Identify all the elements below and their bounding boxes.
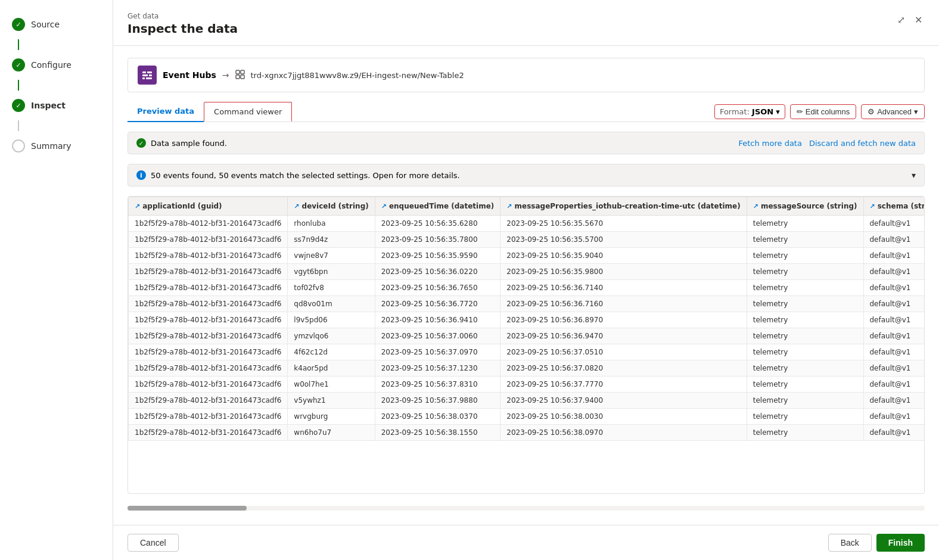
- table-row[interactable]: 1b2f5f29-a78b-4012-bf31-2016473cadf6vwjn…: [129, 248, 925, 264]
- edit-columns-button[interactable]: ✏ Edit columns: [790, 104, 856, 119]
- table-cell-5-4: telemetry: [747, 296, 863, 312]
- table-cell-6-4: telemetry: [747, 312, 863, 328]
- gear-icon: ⚙: [868, 107, 875, 116]
- success-icon: ✓: [136, 138, 146, 148]
- svg-rect-4: [148, 74, 149, 77]
- table-col-header-1[interactable]: ↗deviceId (string): [288, 197, 375, 216]
- table-cell-2-1: vwjne8v7: [288, 248, 375, 264]
- format-selector[interactable]: Format: JSON ▾: [714, 104, 785, 119]
- table-cell-0-0: 1b2f5f29-a78b-4012-bf31-2016473cadf6: [129, 216, 288, 232]
- svg-rect-8: [236, 75, 240, 79]
- step-connector-2: [18, 80, 19, 91]
- table-cell-0-4: telemetry: [747, 216, 863, 232]
- table-cell-10-0: 1b2f5f29-a78b-4012-bf31-2016473cadf6: [129, 377, 288, 393]
- tab-command-viewer[interactable]: Command viewer: [204, 102, 292, 122]
- table-cell-8-5: default@v1: [863, 344, 925, 360]
- sidebar-item-configure[interactable]: ✓ Configure: [0, 52, 113, 77]
- table-cell-7-1: ymzvlqo6: [288, 328, 375, 344]
- table-row[interactable]: 1b2f5f29-a78b-4012-bf31-2016473cadf6qd8v…: [129, 296, 925, 312]
- table-cell-12-1: wrvgburg: [288, 409, 375, 425]
- table-cell-4-2: 2023-09-25 10:56:36.7650: [375, 280, 500, 296]
- sidebar-item-source[interactable]: ✓ Source: [0, 12, 113, 37]
- table-row[interactable]: 1b2f5f29-a78b-4012-bf31-2016473cadf6wn6h…: [129, 425, 925, 441]
- table-cell-11-5: default@v1: [863, 393, 925, 409]
- table-cell-6-0: 1b2f5f29-a78b-4012-bf31-2016473cadf6: [129, 312, 288, 328]
- discard-fetch-link[interactable]: Discard and fetch new data: [809, 139, 916, 148]
- table-cell-1-4: telemetry: [747, 232, 863, 248]
- table-cell-2-5: default@v1: [863, 248, 925, 264]
- table-body: 1b2f5f29-a78b-4012-bf31-2016473cadf6rhon…: [129, 216, 925, 441]
- table-cell-3-2: 2023-09-25 10:56:36.0220: [375, 264, 500, 280]
- table-row[interactable]: 1b2f5f29-a78b-4012-bf31-2016473cadf6w0ol…: [129, 377, 925, 393]
- col-sort-icon: ↗: [135, 203, 140, 210]
- step-circle-source: ✓: [12, 18, 25, 31]
- sidebar: ✓ Source ✓ Configure ✓ Inspect Summary: [0, 0, 113, 560]
- table-cell-11-3: 2023-09-25 10:56:37.9400: [500, 393, 747, 409]
- close-button[interactable]: ✕: [912, 12, 925, 28]
- table-cell-6-3: 2023-09-25 10:56:36.8970: [500, 312, 747, 328]
- col-sort-icon: ↗: [753, 203, 758, 210]
- sidebar-item-inspect[interactable]: ✓ Inspect: [0, 93, 113, 118]
- back-button[interactable]: Back: [828, 534, 872, 552]
- format-value: JSON: [752, 107, 773, 116]
- table-header-row: ↗applicationId (guid)↗deviceId (string)↗…: [129, 197, 925, 216]
- table-col-header-5[interactable]: ↗schema (string): [863, 197, 925, 216]
- table-cell-10-2: 2023-09-25 10:56:37.8310: [375, 377, 500, 393]
- table-cell-9-2: 2023-09-25 10:56:37.1230: [375, 360, 500, 377]
- table-cell-2-2: 2023-09-25 10:56:35.9590: [375, 248, 500, 264]
- expand-button[interactable]: ⤢: [895, 12, 907, 28]
- banner-success-text: Data sample found.: [151, 139, 227, 148]
- svg-rect-7: [241, 70, 244, 74]
- horizontal-scrollbar[interactable]: [128, 506, 925, 511]
- table-row[interactable]: 1b2f5f29-a78b-4012-bf31-2016473cadf6wrvg…: [129, 409, 925, 425]
- table-row[interactable]: 1b2f5f29-a78b-4012-bf31-2016473cadf64f62…: [129, 344, 925, 360]
- fetch-more-link[interactable]: Fetch more data: [738, 139, 801, 148]
- table-cell-0-3: 2023-09-25 10:56:35.5670: [500, 216, 747, 232]
- table-col-header-4[interactable]: ↗messageSource (string): [747, 197, 863, 216]
- table-cell-10-1: w0ol7he1: [288, 377, 375, 393]
- advanced-button[interactable]: ⚙ Advanced ▾: [861, 104, 925, 119]
- footer-right: Back Finish: [828, 534, 925, 552]
- table-row[interactable]: 1b2f5f29-a78b-4012-bf31-2016473cadf6l9v5…: [129, 312, 925, 328]
- table-col-header-3[interactable]: ↗messageProperties_iothub-creation-time-…: [500, 197, 747, 216]
- cancel-button[interactable]: Cancel: [128, 534, 179, 552]
- table-cell-3-0: 1b2f5f29-a78b-4012-bf31-2016473cadf6: [129, 264, 288, 280]
- table-row[interactable]: 1b2f5f29-a78b-4012-bf31-2016473cadf6v5yw…: [129, 393, 925, 409]
- table-row[interactable]: 1b2f5f29-a78b-4012-bf31-2016473cadf6vgyt…: [129, 264, 925, 280]
- table-cell-1-5: default@v1: [863, 232, 925, 248]
- table-cell-5-0: 1b2f5f29-a78b-4012-bf31-2016473cadf6: [129, 296, 288, 312]
- data-table-container: ↗applicationId (guid)↗deviceId (string)↗…: [128, 196, 925, 494]
- table-cell-8-1: 4f62c12d: [288, 344, 375, 360]
- table-cell-13-5: default@v1: [863, 425, 925, 441]
- table-cell-6-2: 2023-09-25 10:56:36.9410: [375, 312, 500, 328]
- table-cell-10-3: 2023-09-25 10:56:37.7770: [500, 377, 747, 393]
- table-row[interactable]: 1b2f5f29-a78b-4012-bf31-2016473cadf6ss7n…: [129, 232, 925, 248]
- table-row[interactable]: 1b2f5f29-a78b-4012-bf31-2016473cadf6rhon…: [129, 216, 925, 232]
- table-row[interactable]: 1b2f5f29-a78b-4012-bf31-2016473cadf6ymzv…: [129, 328, 925, 344]
- finish-button[interactable]: Finish: [876, 534, 925, 552]
- scrollbar-thumb[interactable]: [128, 506, 247, 511]
- table-cell-10-5: default@v1: [863, 377, 925, 393]
- table-cell-12-5: default@v1: [863, 409, 925, 425]
- table-col-header-2[interactable]: ↗enqueuedTime (datetime): [375, 197, 500, 216]
- info-chevron-icon[interactable]: ▾: [912, 170, 916, 180]
- table-cell-4-1: tof02fv8: [288, 280, 375, 296]
- event-hub-icon: [138, 66, 157, 85]
- table-cell-13-0: 1b2f5f29-a78b-4012-bf31-2016473cadf6: [129, 425, 288, 441]
- col-sort-icon: ↗: [381, 203, 387, 210]
- main-content: Get data Inspect the data ⤢ ✕: [113, 0, 939, 560]
- table-cell-1-1: ss7n9d4z: [288, 232, 375, 248]
- dialog-subtitle: Get data: [128, 12, 238, 20]
- table-row[interactable]: 1b2f5f29-a78b-4012-bf31-2016473cadf6tof0…: [129, 280, 925, 296]
- table-cell-8-0: 1b2f5f29-a78b-4012-bf31-2016473cadf6: [129, 344, 288, 360]
- table-row[interactable]: 1b2f5f29-a78b-4012-bf31-2016473cadf6k4ao…: [129, 360, 925, 377]
- toolbar-right: Format: JSON ▾ ✏ Edit columns ⚙ Advanced…: [714, 104, 925, 119]
- tab-preview-data[interactable]: Preview data: [128, 102, 204, 122]
- sidebar-item-summary[interactable]: Summary: [0, 133, 113, 158]
- table-col-header-0[interactable]: ↗applicationId (guid): [129, 197, 288, 216]
- svg-rect-6: [236, 70, 240, 74]
- table-cell-10-4: telemetry: [747, 377, 863, 393]
- step-connector-3: [18, 120, 19, 131]
- svg-rect-3: [146, 71, 147, 74]
- sidebar-item-label-summary: Summary: [31, 141, 71, 151]
